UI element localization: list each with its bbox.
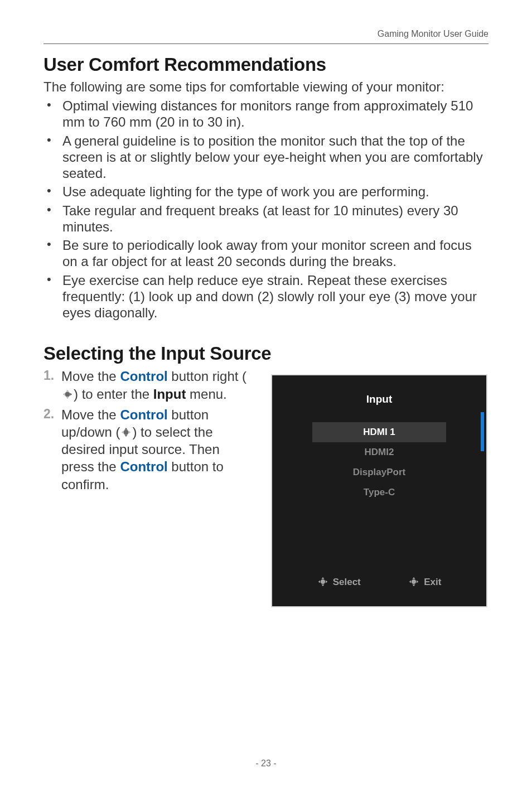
osd-panel: Input HDMI 1 HDMI2 DisplayPort Type-C Se… xyxy=(271,374,487,607)
list-item: Optimal viewing distances for monitors r… xyxy=(43,98,489,131)
osd-item-displayport[interactable]: DisplayPort xyxy=(272,462,486,482)
svg-point-2 xyxy=(321,579,325,584)
list-item: Use adequate lighting for the type of wo… xyxy=(43,183,489,200)
osd-input-list: HDMI 1 HDMI2 DisplayPort Type-C xyxy=(272,422,486,503)
list-item: Be sure to periodically look away from y… xyxy=(43,237,489,270)
osd-title: Input xyxy=(272,375,486,405)
osd-item-hdmi1[interactable]: HDMI 1 xyxy=(312,422,446,442)
step-text: ) to enter the xyxy=(74,386,153,402)
joystick-exit-icon xyxy=(408,576,420,588)
step-text: menu. xyxy=(186,386,226,402)
step-item: Move the Control button right () to ente… xyxy=(43,368,255,402)
page-number: - 23 - xyxy=(0,758,532,769)
step-text: Move the xyxy=(61,407,120,422)
step-text: button right ( xyxy=(168,369,246,384)
osd-exit-label: Exit xyxy=(424,577,441,588)
osd-item-typec[interactable]: Type-C xyxy=(272,482,486,503)
osd-scrollbar[interactable] xyxy=(481,414,484,509)
osd-item-hdmi2[interactable]: HDMI2 xyxy=(272,442,486,462)
steps-list: Move the Control button right () to ente… xyxy=(43,368,255,492)
control-keyword: Control xyxy=(120,369,167,384)
heading-input-source: Selecting the Input Source xyxy=(43,343,489,364)
heading-user-comfort: User Comfort Recommendations xyxy=(43,54,489,75)
list-item: A general guideline is to position the m… xyxy=(43,133,489,182)
joystick-select-icon xyxy=(317,576,330,588)
svg-point-0 xyxy=(65,392,70,397)
osd-exit-hint: Exit xyxy=(408,576,441,588)
joystick-right-icon xyxy=(61,387,74,399)
osd-select-label: Select xyxy=(333,577,361,588)
osd-select-hint: Select xyxy=(317,576,361,588)
joystick-updown-icon xyxy=(120,425,132,437)
control-keyword: Control xyxy=(120,459,167,474)
step-text: Move the xyxy=(61,369,120,384)
osd-scrollbar-thumb[interactable] xyxy=(481,412,484,451)
running-header: Gaming Monitor User Guide xyxy=(43,29,489,44)
svg-point-1 xyxy=(124,429,129,434)
input-keyword: Input xyxy=(153,386,186,402)
comfort-tips-list: Optimal viewing distances for monitors r… xyxy=(43,98,489,321)
step-item: Move the Control button up/down () to se… xyxy=(43,406,255,493)
control-keyword: Control xyxy=(120,407,167,422)
svg-point-3 xyxy=(412,579,416,584)
list-item: Eye exercise can help reduce eye strain.… xyxy=(43,272,489,321)
osd-footer: Select Exit xyxy=(272,576,486,588)
intro-text: The following are some tips for comforta… xyxy=(43,79,489,95)
list-item: Take regular and frequent breaks (at lea… xyxy=(43,202,489,235)
